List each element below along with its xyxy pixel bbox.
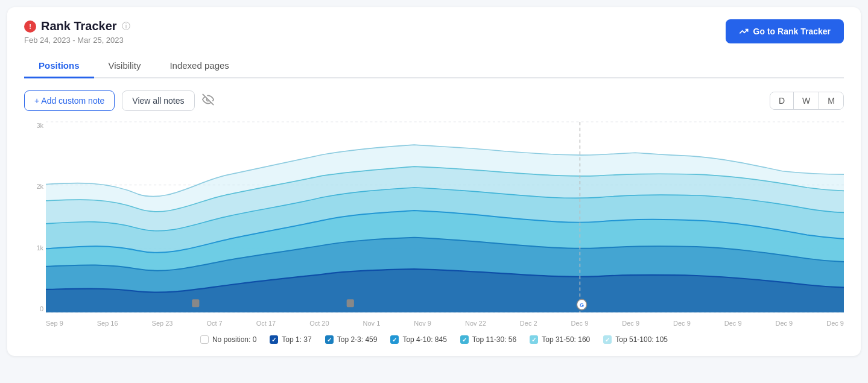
x-label-dec9-2: Dec 9 [622, 320, 639, 327]
chart-legend: No position: 0 Top 1: 37 Top 2-3: 459 To… [24, 335, 844, 344]
x-label-oct7: Oct 7 [206, 320, 222, 327]
date-range: Feb 24, 2023 - Mar 25, 2023 [24, 36, 130, 45]
legend-checkbox-top1 [270, 335, 278, 344]
x-label-dec9-4: Dec 9 [724, 320, 742, 327]
chart-area: 3k 2k 1k 0 [24, 122, 844, 327]
x-label-dec9-3: Dec 9 [673, 320, 691, 327]
go-to-rank-tracker-button[interactable]: Go to Rank Tracker [726, 19, 844, 43]
x-label-dec9-1: Dec 9 [571, 320, 589, 327]
legend-label-top11-30: Top 11-30: 56 [472, 335, 516, 344]
legend-checkbox-top51-100 [603, 335, 612, 344]
svg-text:G: G [580, 302, 584, 308]
x-axis-labels: Sep 9 Sep 16 Sep 23 Oct 7 Oct 17 Oct 20 … [46, 320, 844, 327]
x-label-dec9-6: Dec 9 [826, 320, 844, 327]
legend-top51-100[interactable]: Top 51-100: 105 [603, 335, 668, 344]
legend-checkbox-top31-50 [530, 335, 538, 344]
svg-rect-7 [347, 299, 354, 307]
info-icon[interactable]: ⓘ [122, 21, 130, 32]
svg-rect-6 [192, 299, 199, 307]
period-week-button[interactable]: W [793, 92, 819, 109]
legend-top2-3[interactable]: Top 2-3: 459 [325, 335, 378, 344]
chart-svg-container: G [46, 122, 844, 312]
legend-checkbox-top4-10 [390, 335, 399, 344]
y-axis-labels: 3k 2k 1k 0 [24, 122, 46, 327]
positions-chart: G [46, 122, 844, 312]
x-label-oct20: Oct 20 [309, 320, 329, 327]
legend-no-position[interactable]: No position: 0 [200, 335, 256, 344]
tab-visibility[interactable]: Visibility [94, 54, 156, 78]
tab-positions[interactable]: Positions [24, 54, 94, 78]
x-label-dec9-5: Dec 9 [776, 320, 793, 327]
error-icon: ! [24, 21, 36, 33]
x-label-nov1: Nov 1 [363, 320, 381, 327]
y-label-3k: 3k [24, 122, 46, 129]
legend-label-top1: Top 1: 37 [282, 335, 311, 344]
x-label-nov22: Nov 22 [465, 320, 486, 327]
legend-label-no-position: No position: 0 [212, 335, 256, 344]
legend-top11-30[interactable]: Top 11-30: 56 [460, 335, 516, 344]
y-label-0: 0 [24, 305, 46, 312]
legend-label-top4-10: Top 4-10: 845 [402, 335, 446, 344]
tab-indexed-pages[interactable]: Indexed pages [155, 54, 243, 78]
x-label-oct17: Oct 17 [256, 320, 276, 327]
trend-icon [739, 27, 749, 36]
hide-notes-icon[interactable] [202, 93, 214, 109]
period-day-button[interactable]: D [770, 92, 793, 109]
legend-checkbox-no-position [200, 335, 209, 344]
x-label-sep9: Sep 9 [46, 320, 63, 327]
legend-top31-50[interactable]: Top 31-50: 160 [530, 335, 590, 344]
x-label-dec2: Dec 2 [520, 320, 537, 327]
legend-label-top31-50: Top 31-50: 160 [542, 335, 590, 344]
add-custom-note-button[interactable]: + Add custom note [24, 90, 115, 111]
legend-label-top51-100: Top 51-100: 105 [615, 335, 668, 344]
legend-label-top2-3: Top 2-3: 459 [337, 335, 378, 344]
legend-checkbox-top2-3 [325, 335, 334, 344]
page-title: Rank Tracker [41, 19, 117, 33]
tabs: Positions Visibility Indexed pages [24, 54, 844, 78]
y-label-2k: 2k [24, 183, 46, 190]
legend-checkbox-top11-30 [460, 335, 469, 344]
view-all-notes-button[interactable]: View all notes [122, 90, 194, 111]
legend-top1[interactable]: Top 1: 37 [270, 335, 311, 344]
x-label-nov9: Nov 9 [414, 320, 431, 327]
x-label-sep16: Sep 16 [97, 320, 118, 327]
y-label-1k: 1k [24, 244, 46, 252]
legend-top4-10[interactable]: Top 4-10: 845 [390, 335, 446, 344]
period-toggle: D W M [770, 92, 844, 110]
x-label-sep23: Sep 23 [152, 320, 173, 327]
period-month-button[interactable]: M [819, 92, 843, 109]
